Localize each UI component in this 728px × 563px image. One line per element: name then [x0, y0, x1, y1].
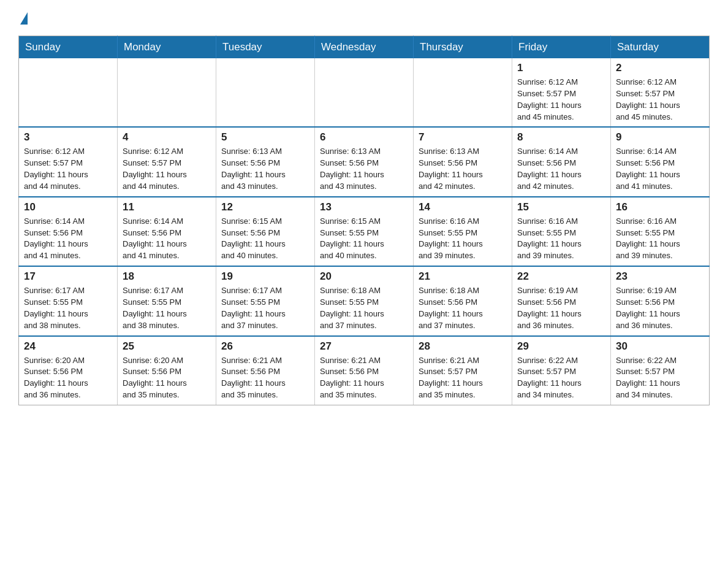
calendar-cell — [118, 58, 216, 127]
day-info: Sunrise: 6:13 AM Sunset: 5:56 PM Dayligh… — [419, 146, 507, 192]
day-number: 22 — [517, 270, 605, 283]
calendar-cell: 18Sunrise: 6:17 AM Sunset: 5:55 PM Dayli… — [118, 266, 216, 335]
day-number: 7 — [419, 131, 507, 144]
calendar-cell: 8Sunrise: 6:14 AM Sunset: 5:56 PM Daylig… — [512, 127, 611, 196]
day-number: 12 — [221, 201, 309, 213]
day-number: 28 — [419, 340, 507, 353]
day-info: Sunrise: 6:14 AM Sunset: 5:56 PM Dayligh… — [616, 146, 704, 192]
day-number: 15 — [517, 201, 605, 213]
day-info: Sunrise: 6:18 AM Sunset: 5:56 PM Dayligh… — [419, 285, 507, 331]
calendar-cell: 2Sunrise: 6:12 AM Sunset: 5:57 PM Daylig… — [611, 58, 710, 127]
calendar-header-saturday: Saturday — [611, 36, 710, 59]
calendar-cell: 21Sunrise: 6:18 AM Sunset: 5:56 PM Dayli… — [414, 266, 512, 335]
day-number: 17 — [24, 270, 112, 283]
day-info: Sunrise: 6:20 AM Sunset: 5:56 PM Dayligh… — [24, 355, 112, 401]
calendar-cell: 19Sunrise: 6:17 AM Sunset: 5:55 PM Dayli… — [216, 266, 315, 335]
day-number: 25 — [123, 340, 211, 353]
day-number: 6 — [320, 131, 408, 144]
day-info: Sunrise: 6:19 AM Sunset: 5:56 PM Dayligh… — [616, 285, 704, 331]
logo — [18, 12, 28, 26]
calendar-cell: 1Sunrise: 6:12 AM Sunset: 5:57 PM Daylig… — [512, 58, 611, 127]
calendar-cell: 24Sunrise: 6:20 AM Sunset: 5:56 PM Dayli… — [19, 336, 118, 405]
day-info: Sunrise: 6:14 AM Sunset: 5:56 PM Dayligh… — [517, 146, 605, 192]
calendar-cell: 12Sunrise: 6:15 AM Sunset: 5:56 PM Dayli… — [216, 197, 315, 266]
day-info: Sunrise: 6:21 AM Sunset: 5:57 PM Dayligh… — [419, 355, 507, 401]
day-number: 2 — [616, 62, 704, 74]
calendar-header-tuesday: Tuesday — [216, 36, 315, 59]
calendar-cell: 20Sunrise: 6:18 AM Sunset: 5:55 PM Dayli… — [315, 266, 414, 335]
calendar-week-row: 17Sunrise: 6:17 AM Sunset: 5:55 PM Dayli… — [19, 266, 710, 335]
calendar-cell: 15Sunrise: 6:16 AM Sunset: 5:55 PM Dayli… — [512, 197, 611, 266]
calendar-cell: 16Sunrise: 6:16 AM Sunset: 5:55 PM Dayli… — [611, 197, 710, 266]
day-number: 9 — [616, 131, 704, 144]
calendar-week-row: 3Sunrise: 6:12 AM Sunset: 5:57 PM Daylig… — [19, 127, 710, 196]
calendar-header-thursday: Thursday — [414, 36, 512, 59]
day-info: Sunrise: 6:22 AM Sunset: 5:57 PM Dayligh… — [616, 355, 704, 401]
calendar-cell: 4Sunrise: 6:12 AM Sunset: 5:57 PM Daylig… — [118, 127, 216, 196]
day-info: Sunrise: 6:18 AM Sunset: 5:55 PM Dayligh… — [320, 285, 408, 331]
day-info: Sunrise: 6:12 AM Sunset: 5:57 PM Dayligh… — [123, 146, 211, 192]
calendar-cell: 7Sunrise: 6:13 AM Sunset: 5:56 PM Daylig… — [414, 127, 512, 196]
day-info: Sunrise: 6:12 AM Sunset: 5:57 PM Dayligh… — [24, 146, 112, 192]
day-info: Sunrise: 6:15 AM Sunset: 5:55 PM Dayligh… — [320, 216, 408, 262]
day-info: Sunrise: 6:14 AM Sunset: 5:56 PM Dayligh… — [24, 216, 112, 262]
calendar-cell: 10Sunrise: 6:14 AM Sunset: 5:56 PM Dayli… — [19, 197, 118, 266]
calendar-cell — [414, 58, 512, 127]
day-number: 18 — [123, 270, 211, 283]
calendar-cell: 3Sunrise: 6:12 AM Sunset: 5:57 PM Daylig… — [19, 127, 118, 196]
day-number: 11 — [123, 201, 211, 213]
day-info: Sunrise: 6:12 AM Sunset: 5:57 PM Dayligh… — [517, 77, 605, 123]
calendar-cell: 25Sunrise: 6:20 AM Sunset: 5:56 PM Dayli… — [118, 336, 216, 405]
day-info: Sunrise: 6:19 AM Sunset: 5:56 PM Dayligh… — [517, 285, 605, 331]
day-number: 24 — [24, 340, 112, 353]
day-info: Sunrise: 6:17 AM Sunset: 5:55 PM Dayligh… — [24, 285, 112, 331]
day-info: Sunrise: 6:20 AM Sunset: 5:56 PM Dayligh… — [123, 355, 211, 401]
calendar-cell: 17Sunrise: 6:17 AM Sunset: 5:55 PM Dayli… — [19, 266, 118, 335]
calendar-cell: 28Sunrise: 6:21 AM Sunset: 5:57 PM Dayli… — [414, 336, 512, 405]
day-number: 30 — [616, 340, 704, 353]
day-info: Sunrise: 6:21 AM Sunset: 5:56 PM Dayligh… — [320, 355, 408, 401]
calendar-header-sunday: Sunday — [19, 36, 118, 59]
day-info: Sunrise: 6:13 AM Sunset: 5:56 PM Dayligh… — [221, 146, 309, 192]
calendar-cell: 23Sunrise: 6:19 AM Sunset: 5:56 PM Dayli… — [611, 266, 710, 335]
day-number: 3 — [24, 131, 112, 144]
day-info: Sunrise: 6:21 AM Sunset: 5:56 PM Dayligh… — [221, 355, 309, 401]
calendar-week-row: 24Sunrise: 6:20 AM Sunset: 5:56 PM Dayli… — [19, 336, 710, 405]
day-number: 19 — [221, 270, 309, 283]
calendar-header-monday: Monday — [118, 36, 216, 59]
day-number: 23 — [616, 270, 704, 283]
day-number: 27 — [320, 340, 408, 353]
day-number: 20 — [320, 270, 408, 283]
calendar-cell: 5Sunrise: 6:13 AM Sunset: 5:56 PM Daylig… — [216, 127, 315, 196]
day-info: Sunrise: 6:16 AM Sunset: 5:55 PM Dayligh… — [517, 216, 605, 262]
day-info: Sunrise: 6:12 AM Sunset: 5:57 PM Dayligh… — [616, 77, 704, 123]
calendar-cell: 14Sunrise: 6:16 AM Sunset: 5:55 PM Dayli… — [414, 197, 512, 266]
day-number: 16 — [616, 201, 704, 213]
day-number: 26 — [221, 340, 309, 353]
logo-triangle-icon — [20, 12, 28, 25]
day-number: 13 — [320, 201, 408, 213]
calendar-cell: 29Sunrise: 6:22 AM Sunset: 5:57 PM Dayli… — [512, 336, 611, 405]
calendar-cell — [315, 58, 414, 127]
day-number: 4 — [123, 131, 211, 144]
day-number: 29 — [517, 340, 605, 353]
calendar-cell: 6Sunrise: 6:13 AM Sunset: 5:56 PM Daylig… — [315, 127, 414, 196]
day-info: Sunrise: 6:13 AM Sunset: 5:56 PM Dayligh… — [320, 146, 408, 192]
day-number: 21 — [419, 270, 507, 283]
calendar-cell: 9Sunrise: 6:14 AM Sunset: 5:56 PM Daylig… — [611, 127, 710, 196]
page-header — [18, 12, 710, 26]
day-info: Sunrise: 6:16 AM Sunset: 5:55 PM Dayligh… — [419, 216, 507, 262]
calendar-cell: 22Sunrise: 6:19 AM Sunset: 5:56 PM Dayli… — [512, 266, 611, 335]
day-info: Sunrise: 6:14 AM Sunset: 5:56 PM Dayligh… — [123, 216, 211, 262]
calendar-header-friday: Friday — [512, 36, 611, 59]
calendar-header-wednesday: Wednesday — [315, 36, 414, 59]
day-number: 5 — [221, 131, 309, 144]
calendar-cell: 13Sunrise: 6:15 AM Sunset: 5:55 PM Dayli… — [315, 197, 414, 266]
day-info: Sunrise: 6:17 AM Sunset: 5:55 PM Dayligh… — [221, 285, 309, 331]
calendar-cell: 11Sunrise: 6:14 AM Sunset: 5:56 PM Dayli… — [118, 197, 216, 266]
day-number: 1 — [517, 62, 605, 74]
calendar-cell: 26Sunrise: 6:21 AM Sunset: 5:56 PM Dayli… — [216, 336, 315, 405]
calendar-week-row: 1Sunrise: 6:12 AM Sunset: 5:57 PM Daylig… — [19, 58, 710, 127]
calendar-cell — [216, 58, 315, 127]
day-info: Sunrise: 6:16 AM Sunset: 5:55 PM Dayligh… — [616, 216, 704, 262]
